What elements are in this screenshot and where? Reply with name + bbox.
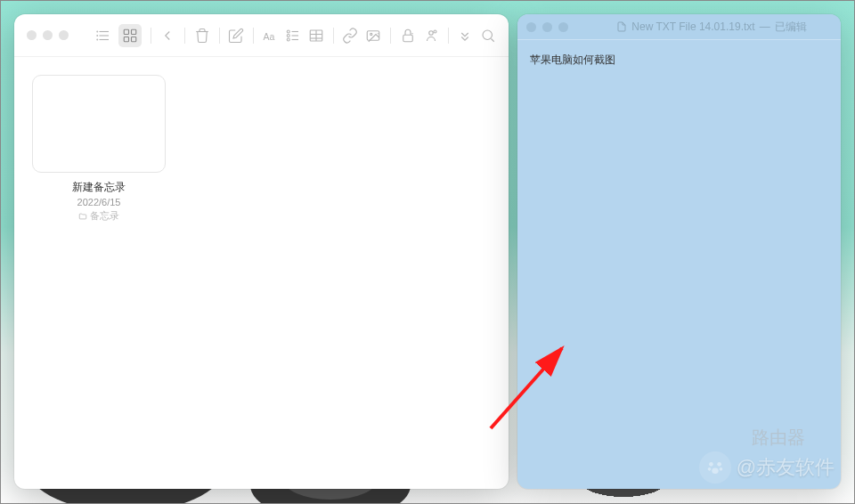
svg-point-34 <box>712 467 718 473</box>
svg-point-30 <box>709 462 713 467</box>
svg-point-15 <box>287 38 289 41</box>
svg-point-31 <box>717 462 721 467</box>
format-text-icon[interactable]: Aa <box>262 24 278 47</box>
svg-point-33 <box>719 467 722 471</box>
lock-icon[interactable] <box>400 24 416 47</box>
checklist-icon[interactable] <box>285 24 301 47</box>
notes-toolbar: Aa <box>14 14 509 57</box>
traffic-lights[interactable] <box>27 30 69 40</box>
svg-rect-8 <box>124 37 128 41</box>
table-icon[interactable] <box>308 24 324 47</box>
svg-text:Aa: Aa <box>264 30 275 41</box>
compose-icon[interactable] <box>228 24 244 47</box>
note-thumbnail <box>32 75 166 173</box>
svg-point-4 <box>97 35 98 36</box>
notes-grid: 新建备忘录 2022/6/15 备忘录 <box>14 57 509 489</box>
svg-rect-9 <box>132 37 136 41</box>
textedit-window: New TXT File 14.01.19.txt — 已编辑 苹果电脑如何截图 <box>517 14 841 489</box>
note-card[interactable]: 新建备忘录 2022/6/15 备忘录 <box>32 75 166 223</box>
link-icon[interactable] <box>342 24 358 47</box>
paw-icon <box>699 451 731 484</box>
notes-window: Aa 新建备忘录 2022/ <box>14 14 509 489</box>
svg-point-24 <box>428 30 433 35</box>
grid-view-icon[interactable] <box>118 24 142 47</box>
svg-rect-6 <box>124 29 128 34</box>
svg-point-3 <box>97 31 98 32</box>
watermark-router: 路由器 <box>752 426 805 450</box>
svg-point-11 <box>287 30 289 33</box>
media-icon[interactable] <box>365 24 381 47</box>
svg-point-22 <box>370 33 372 35</box>
more-icon[interactable] <box>457 24 473 47</box>
svg-point-32 <box>707 467 711 471</box>
svg-rect-23 <box>403 35 412 42</box>
window-title: New TXT File 14.01.19.txt — 已编辑 <box>591 20 832 35</box>
note-folder: 备忘录 <box>32 209 166 223</box>
textedit-titlebar: New TXT File 14.01.19.txt — 已编辑 <box>517 14 841 39</box>
svg-point-5 <box>97 39 98 40</box>
back-button-icon[interactable] <box>159 24 175 47</box>
share-icon[interactable] <box>423 24 439 47</box>
traffic-lights[interactable] <box>526 22 568 32</box>
note-date: 2022/6/15 <box>32 197 166 207</box>
watermark-brand: @赤友软件 <box>699 451 835 484</box>
search-icon[interactable] <box>480 24 496 47</box>
textedit-content[interactable]: 苹果电脑如何截图 <box>517 39 841 489</box>
note-title: 新建备忘录 <box>32 180 166 195</box>
svg-rect-7 <box>132 29 136 34</box>
svg-point-25 <box>434 30 436 33</box>
svg-point-26 <box>483 30 493 40</box>
svg-point-13 <box>287 34 289 37</box>
list-view-icon[interactable] <box>92 24 115 47</box>
svg-line-27 <box>491 38 493 41</box>
trash-icon[interactable] <box>194 24 210 47</box>
